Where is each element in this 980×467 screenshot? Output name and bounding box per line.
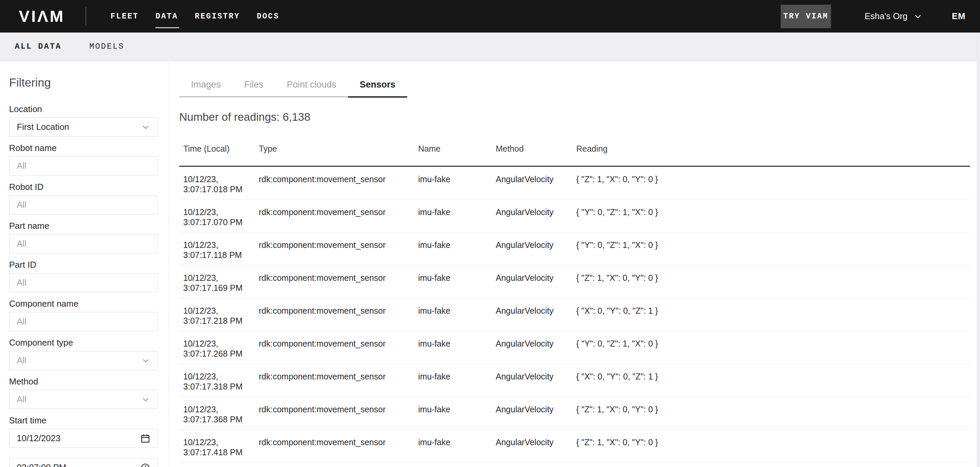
table-row[interactable]: 10/12/23, 3:07:17.268 PM rdk:component:m… [179, 331, 970, 364]
robot-id-input[interactable] [17, 200, 150, 210]
tab-sensors[interactable]: Sensors [348, 79, 407, 98]
cell-reading: { "Z": 1, "X": 0, "Y": 0 } [576, 273, 970, 298]
data-content: Images Files Point clouds Sensors Number… [169, 61, 980, 467]
top-nav: VIΛM FLEET DATA REGISTRY DOCS TRY VIAM E… [0, 0, 980, 33]
nav-item-data[interactable]: DATA [155, 10, 178, 23]
nav-menu: FLEET DATA REGISTRY DOCS [110, 10, 279, 23]
filter-part-id: Part ID [9, 260, 169, 292]
start-date-input[interactable]: 10/12/2023 [9, 429, 158, 448]
cell-time: 10/12/23, 3:07:17.318 PM [179, 372, 243, 397]
table-row[interactable]: 10/12/23, 3:07:17.018 PM rdk:component:m… [179, 167, 970, 200]
method-select[interactable]: All [9, 390, 158, 409]
component-type-value: All [17, 355, 27, 366]
tab-point-clouds[interactable]: Point clouds [275, 79, 348, 98]
filter-robot-name: Robot name [9, 143, 169, 175]
table-row[interactable]: 10/12/23, 3:07:17.118 PM rdk:component:m… [179, 232, 970, 265]
table-row[interactable]: 10/12/23, 3:07:17.070 PM rdk:component:m… [179, 200, 970, 232]
cell-time: 10/12/23, 3:07:17.368 PM [179, 404, 243, 429]
try-viam-button[interactable]: TRY VIAM [781, 5, 831, 28]
chevron-down-icon [913, 12, 922, 21]
part-name-label: Part name [9, 221, 169, 231]
cell-type: rdk:component:movement_sensor [259, 273, 418, 298]
location-select[interactable]: First Location [9, 118, 158, 137]
start-clock-input[interactable]: 03:07:00 PM [9, 458, 158, 467]
part-id-input-wrap [9, 273, 158, 292]
cell-time: 10/12/23, 3:07:17.169 PM [179, 273, 243, 298]
component-name-input-wrap [9, 312, 158, 331]
clock-icon[interactable] [140, 463, 150, 467]
part-name-input[interactable] [17, 238, 150, 249]
component-type-select[interactable]: All [9, 351, 158, 370]
cell-type: rdk:component:movement_sensor [259, 207, 418, 232]
table-row[interactable]: 10/12/23, 3:07:17.169 PM rdk:component:m… [179, 265, 970, 298]
filter-component-type: Component type All [9, 337, 169, 370]
cell-method: AngularVelocity [496, 240, 576, 265]
user-avatar[interactable]: EM [952, 11, 966, 21]
cell-type: rdk:component:movement_sensor [259, 404, 418, 429]
tab-images[interactable]: Images [179, 79, 232, 98]
cell-name: imu-fake [418, 306, 496, 331]
robot-name-input-wrap [9, 156, 158, 175]
table-row[interactable]: 10/12/23, 3:07:17.318 PM rdk:component:m… [179, 364, 970, 397]
table-row[interactable]: 10/12/23, 3:07:17.418 PM rdk:component:m… [179, 430, 970, 463]
cell-method: AngularVelocity [496, 174, 576, 199]
cell-reading: { "Z": 1, "X": 0, "Y": 0 } [576, 437, 970, 462]
org-switcher[interactable]: Esha's Org [865, 11, 922, 21]
data-type-tabs: Images Files Point clouds Sensors [179, 79, 407, 97]
col-name: Name [418, 144, 496, 154]
cell-reading: { "Z": 1, "X": 0, "Y": 0 } [576, 404, 970, 429]
sidebar-title: Filtering [9, 76, 169, 89]
cell-type: rdk:component:movement_sensor [259, 437, 418, 462]
component-name-label: Component name [9, 299, 169, 309]
cell-name: imu-fake [418, 404, 496, 429]
part-id-label: Part ID [9, 260, 169, 270]
tab-files[interactable]: Files [232, 79, 275, 98]
col-reading: Reading [576, 144, 970, 154]
component-name-input[interactable] [17, 316, 150, 327]
table-row[interactable]: 10/12/23, 3:07:17.218 PM rdk:component:m… [179, 298, 970, 331]
nav-divider [86, 7, 86, 26]
filter-location: Location First Location [9, 104, 169, 137]
cell-method: AngularVelocity [496, 207, 576, 232]
filter-part-name: Part name [9, 221, 169, 253]
cell-name: imu-fake [418, 437, 496, 462]
method-label: Method [9, 376, 169, 386]
cell-method: AngularVelocity [496, 338, 576, 364]
filter-component-name: Component name [9, 299, 169, 331]
cell-reading: { "Z": 1, "X": 0, "Y": 0 } [576, 174, 970, 199]
filter-method: Method All [9, 376, 169, 409]
cell-method: AngularVelocity [496, 437, 576, 462]
location-label: Location [9, 104, 169, 114]
cell-time: 10/12/23, 3:07:17.268 PM [179, 338, 243, 364]
start-date-value: 10/12/2023 [17, 433, 60, 443]
tab-all-data[interactable]: ALL DATA [15, 42, 61, 51]
chevron-down-icon [141, 395, 150, 404]
filter-form: Location First Location Robot name [9, 104, 169, 467]
nav-item-registry[interactable]: REGISTRY [195, 10, 240, 23]
cell-reading: { "Y": 0, "Z": 1, "X": 0 } [576, 240, 970, 265]
sensor-readings-table: Time (Local) Type Name Method Reading 10… [179, 144, 970, 463]
part-name-input-wrap [9, 234, 158, 253]
vertical-scrollbar[interactable] [977, 33, 980, 467]
viam-data-page: VIΛM FLEET DATA REGISTRY DOCS TRY VIAM E… [0, 0, 980, 467]
cell-method: AngularVelocity [496, 404, 576, 429]
filter-sidebar: Filtering Location First Location Robot … [0, 61, 169, 467]
cell-method: AngularVelocity [496, 273, 576, 298]
cell-type: rdk:component:movement_sensor [259, 338, 418, 364]
calendar-icon[interactable] [140, 434, 150, 443]
cell-time: 10/12/23, 3:07:17.018 PM [179, 174, 243, 199]
robot-name-input[interactable] [17, 161, 150, 171]
table-row[interactable]: 10/12/23, 3:07:17.368 PM rdk:component:m… [179, 397, 970, 430]
component-type-label: Component type [9, 337, 169, 348]
nav-item-fleet[interactable]: FLEET [110, 10, 138, 23]
cell-name: imu-fake [418, 338, 496, 364]
col-type: Type [259, 144, 418, 154]
col-time: Time (Local) [179, 144, 259, 154]
nav-item-docs[interactable]: DOCS [257, 10, 279, 23]
cell-reading: { "Y": 0, "Z": 1, "X": 0 } [576, 338, 970, 364]
col-method: Method [496, 144, 576, 154]
part-id-input[interactable] [17, 278, 150, 288]
tab-models[interactable]: MODELS [89, 42, 124, 51]
cell-method: AngularVelocity [496, 306, 576, 331]
viam-logo[interactable]: VIΛM [19, 8, 65, 24]
